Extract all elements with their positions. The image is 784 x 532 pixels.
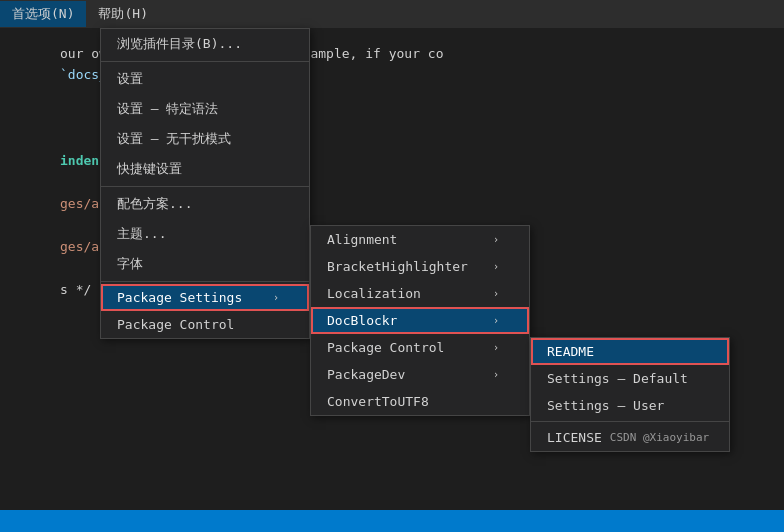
prefs-dropdown: 浏览插件目录(B)... 设置 设置 – 特定语法 设置 – 无干扰模式 快捷键… xyxy=(100,28,310,339)
menu-settings-distraction[interactable]: 设置 – 无干扰模式 xyxy=(101,124,309,154)
arrow-package-dev: › xyxy=(493,369,499,380)
arrow-bracket: › xyxy=(493,261,499,272)
menubar: 首选项(N) 帮助(H) xyxy=(0,0,784,28)
menu-theme[interactable]: 主题... xyxy=(101,219,309,249)
separator-docblockr xyxy=(531,421,729,422)
arrow-pkg-control: › xyxy=(493,342,499,353)
csdn-label: CSDN @Xiaoyibar xyxy=(610,431,709,444)
menu-bracket-highlighter[interactable]: BracketHighlighter › xyxy=(311,253,529,280)
menu-alignment[interactable]: Alignment › xyxy=(311,226,529,253)
menubar-help[interactable]: 帮助(H) xyxy=(86,1,159,27)
menu-package-settings-label: Package Settings xyxy=(117,290,242,305)
separator-3 xyxy=(101,281,309,282)
menu-docblockr[interactable]: DocBlockr › xyxy=(311,307,529,334)
alignment-label: Alignment xyxy=(327,232,397,247)
menu-browse-plugins[interactable]: 浏览插件目录(B)... xyxy=(101,29,309,59)
bracket-highlighter-label: BracketHighlighter xyxy=(327,259,468,274)
menu-pkg-control[interactable]: Package Control › xyxy=(311,334,529,361)
separator-1 xyxy=(101,61,309,62)
menubar-prefs[interactable]: 首选项(N) xyxy=(0,1,86,27)
menu-settings-user[interactable]: Settings – User xyxy=(531,392,729,419)
menu-settings-default[interactable]: Settings – Default xyxy=(531,365,729,392)
menu-convert-utf8[interactable]: ConvertToUTF8 xyxy=(311,388,529,415)
menu-package-control[interactable]: Package Control xyxy=(101,311,309,338)
menu-settings[interactable]: 设置 xyxy=(101,64,309,94)
pkg-control-label: Package Control xyxy=(327,340,444,355)
package-dev-label: PackageDev xyxy=(327,367,405,382)
menu-license[interactable]: LICENSE CSDN @Xiaoyibar xyxy=(531,424,729,451)
menu-readme[interactable]: README xyxy=(531,338,729,365)
arrow-localization: › xyxy=(493,288,499,299)
docblockr-submenu: README Settings – Default Settings – Use… xyxy=(530,337,730,452)
menu-package-settings[interactable]: Package Settings › xyxy=(101,284,309,311)
statusbar xyxy=(0,510,784,532)
menu-settings-syntax[interactable]: 设置 – 特定语法 xyxy=(101,94,309,124)
menu-color-scheme[interactable]: 配色方案... xyxy=(101,189,309,219)
arrow-docblockr: › xyxy=(493,315,499,326)
docblockr-label: DocBlockr xyxy=(327,313,397,328)
menu-keybindings[interactable]: 快捷键设置 xyxy=(101,154,309,184)
menu-localization[interactable]: Localization › xyxy=(311,280,529,307)
menu-package-dev[interactable]: PackageDev › xyxy=(311,361,529,388)
menu-font[interactable]: 字体 xyxy=(101,249,309,279)
pkg-settings-submenu: Alignment › BracketHighlighter › Localiz… xyxy=(310,225,530,416)
arrow-alignment: › xyxy=(493,234,499,245)
separator-2 xyxy=(101,186,309,187)
license-label: LICENSE xyxy=(547,430,602,445)
convert-utf8-label: ConvertToUTF8 xyxy=(327,394,429,409)
submenu-arrow-pkg-settings: › xyxy=(273,292,279,303)
localization-label: Localization xyxy=(327,286,421,301)
